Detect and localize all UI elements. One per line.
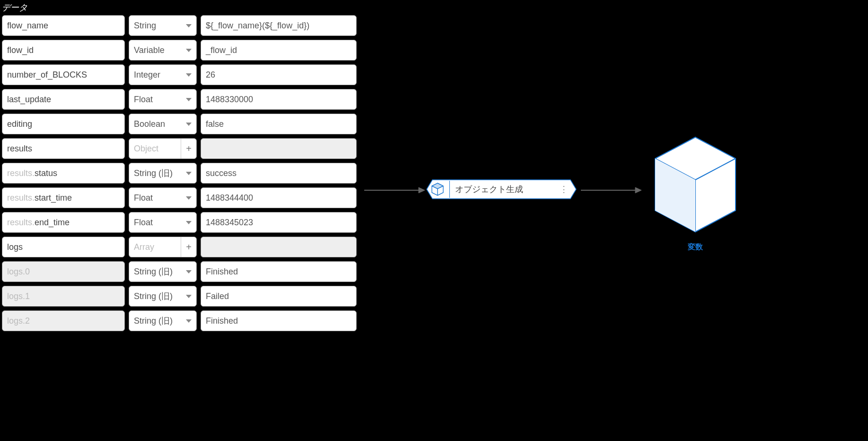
value-cell[interactable]: Failed (201, 286, 357, 307)
type-cell[interactable]: Boolean (129, 114, 197, 134)
node-menu-icon[interactable]: ⋮ (560, 184, 568, 194)
node-label: オブジェクト生成 (455, 184, 560, 195)
value-cell[interactable]: 1488330000 (201, 89, 357, 110)
panel-title: データ (2, 2, 27, 13)
chevron-down-icon[interactable] (186, 221, 192, 224)
chevron-down-icon[interactable] (186, 295, 192, 298)
data-row: last_updateFloat1488330000 (2, 89, 357, 110)
value-cell[interactable]: _flow_id (201, 40, 357, 61)
key-cell[interactable]: logs (2, 237, 125, 257)
key-name: flow_id (7, 45, 34, 55)
data-grid: flow_nameString${_flow_name}(${_flow_id}… (2, 15, 357, 331)
type-label: Variable (134, 45, 165, 55)
type-label: Float (134, 218, 153, 228)
arrow-panel-to-node (364, 185, 426, 195)
key-cell[interactable]: logs.0 (2, 261, 125, 282)
type-label: String (134, 21, 156, 31)
type-label: Float (134, 193, 153, 203)
key-cell[interactable]: number_of_BLOCKS (2, 64, 125, 85)
key-name: logs.2 (7, 316, 30, 326)
data-row: logsArray+ (2, 237, 357, 257)
key-name: logs (7, 242, 23, 252)
value-cell[interactable]: Finished (201, 261, 357, 282)
type-cell[interactable]: Float (129, 212, 197, 233)
value-cell[interactable]: Finished (201, 310, 357, 331)
plus-icon[interactable]: + (181, 139, 192, 159)
type-label: Boolean (134, 119, 165, 129)
key-cell[interactable]: results.end_time (2, 212, 125, 233)
key-cell[interactable]: results (2, 138, 125, 159)
key-cell[interactable]: last_update (2, 89, 125, 110)
cube-large-icon (648, 132, 743, 237)
key-cell[interactable]: flow_name (2, 15, 125, 36)
key-cell[interactable]: logs.1 (2, 286, 125, 307)
object-create-node[interactable]: オブジェクト生成 ⋮ (426, 179, 577, 200)
chevron-down-icon[interactable] (186, 196, 192, 200)
chevron-down-icon[interactable] (186, 319, 192, 323)
type-label: String (旧) (134, 168, 173, 179)
type-cell[interactable]: String (旧) (129, 261, 197, 282)
type-cell[interactable]: Array+ (129, 237, 197, 257)
key-name: editing (7, 119, 32, 129)
type-label: Integer (134, 70, 160, 80)
key-name: end_time (35, 218, 70, 228)
value-cell[interactable] (201, 138, 357, 159)
value-cell[interactable]: 26 (201, 64, 357, 85)
chevron-down-icon[interactable] (186, 270, 192, 273)
type-cell[interactable]: String (129, 15, 197, 36)
key-prefix: results. (7, 168, 35, 178)
type-cell[interactable]: Float (129, 89, 197, 110)
value-cell[interactable]: 1488344400 (201, 187, 357, 208)
type-label: Float (134, 95, 153, 105)
key-name: flow_name (7, 21, 48, 31)
type-cell[interactable]: Integer (129, 64, 197, 85)
data-row: flow_idVariable_flow_id (2, 40, 357, 61)
value-cell[interactable]: ${_flow_name}(${_flow_id}) (201, 15, 357, 36)
data-row: resultsObject+ (2, 138, 357, 159)
arrow-node-to-output (581, 185, 642, 195)
data-row: number_of_BLOCKSInteger26 (2, 64, 357, 85)
plus-icon[interactable]: + (181, 237, 192, 257)
output-variable[interactable]: 変数 (643, 132, 747, 252)
svg-marker-7 (635, 187, 641, 193)
chevron-down-icon[interactable] (186, 98, 192, 101)
type-label: Array (134, 242, 154, 252)
data-row: logs.1String (旧)Failed (2, 286, 357, 307)
svg-marker-1 (419, 187, 425, 193)
key-name: logs.0 (7, 267, 30, 277)
key-name: start_time (35, 193, 72, 203)
value-cell[interactable]: 1488345023 (201, 212, 357, 233)
key-cell[interactable]: results.start_time (2, 187, 125, 208)
data-row: results.end_timeFloat1488345023 (2, 212, 357, 233)
data-row: logs.0String (旧)Finished (2, 261, 357, 282)
value-cell[interactable] (201, 237, 357, 257)
data-row: flow_nameString${_flow_name}(${_flow_id}… (2, 15, 357, 36)
chevron-down-icon[interactable] (186, 172, 192, 175)
cube-icon (428, 179, 447, 199)
chevron-down-icon[interactable] (186, 123, 192, 126)
key-name: logs.1 (7, 291, 30, 301)
key-name: status (35, 168, 57, 178)
chevron-down-icon[interactable] (186, 49, 192, 52)
key-cell[interactable]: logs.2 (2, 310, 125, 331)
type-cell[interactable]: String (旧) (129, 163, 197, 184)
type-cell[interactable]: Variable (129, 40, 197, 61)
key-prefix: results. (7, 218, 35, 228)
chevron-down-icon[interactable] (186, 73, 192, 77)
key-cell[interactable]: results.status (2, 163, 125, 184)
type-cell[interactable]: Object+ (129, 138, 197, 159)
type-cell[interactable]: Float (129, 187, 197, 208)
chevron-down-icon[interactable] (186, 24, 192, 27)
value-cell[interactable]: false (201, 114, 357, 134)
type-label: Object (134, 144, 158, 154)
type-label: String (旧) (134, 291, 173, 302)
data-row: results.start_timeFloat1488344400 (2, 187, 357, 208)
key-cell[interactable]: flow_id (2, 40, 125, 61)
key-cell[interactable]: editing (2, 114, 125, 134)
type-cell[interactable]: String (旧) (129, 310, 197, 331)
data-row: logs.2String (旧)Finished (2, 310, 357, 331)
node-divider (449, 181, 450, 198)
value-cell[interactable]: success (201, 163, 357, 184)
type-cell[interactable]: String (旧) (129, 286, 197, 307)
data-row: results.statusString (旧)success (2, 163, 357, 184)
